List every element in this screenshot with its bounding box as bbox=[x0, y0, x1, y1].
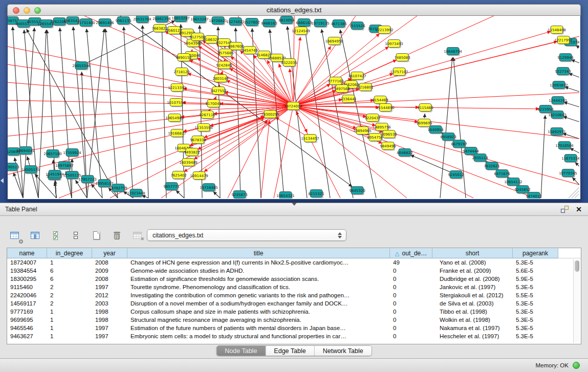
tab-edge-table[interactable]: Edge Table bbox=[266, 346, 314, 356]
graph-node[interactable]: 20531704 bbox=[133, 16, 151, 24]
cell-indeg[interactable]: 1 bbox=[47, 332, 92, 340]
cell-pr[interactable]: 5.3E-5 bbox=[513, 324, 558, 332]
minimize-window-icon[interactable] bbox=[24, 7, 30, 14]
resize-grip-icon[interactable] bbox=[572, 191, 579, 198]
graph-node[interactable]: 9115460 bbox=[417, 104, 433, 113]
graph-node[interactable]: 9890157 bbox=[176, 54, 191, 62]
graph-node[interactable]: 8813054 bbox=[278, 16, 295, 25]
cell-pr[interactable]: 5.3E-5 bbox=[513, 299, 558, 308]
close-window-icon[interactable] bbox=[13, 7, 19, 14]
cell-year[interactable]: 2012 bbox=[92, 291, 127, 299]
graph-node[interactable]: 7515526 bbox=[349, 22, 365, 31]
graph-node[interactable]: 15892971 bbox=[548, 128, 566, 137]
graph-node[interactable]: 18726821 bbox=[209, 17, 227, 26]
select-rows-icon[interactable]: ✓✓ bbox=[48, 229, 62, 242]
graph-node[interactable]: 8215321 bbox=[308, 190, 324, 199]
float-panel-icon[interactable] bbox=[561, 206, 569, 213]
network-window[interactable]: citations_edges.txt 20387521940557440355… bbox=[7, 4, 581, 201]
cell-year[interactable]: 1998 bbox=[92, 316, 127, 324]
graph-node[interactable]: 9154469 bbox=[372, 96, 388, 105]
cell-short[interactable]: Wolkin et al. (1998) bbox=[432, 316, 513, 324]
cell-out[interactable]: 0 bbox=[390, 267, 432, 275]
cell-year[interactable]: 1997 bbox=[92, 283, 127, 291]
graph-node[interactable]: 9361135 bbox=[115, 17, 131, 26]
cell-out[interactable]: 0 bbox=[390, 291, 432, 299]
cell-short[interactable]: Nakamura et al. (1997) bbox=[432, 324, 513, 332]
graph-node[interactable]: 12213393 bbox=[168, 84, 186, 93]
graph-node[interactable]: 11923448 bbox=[127, 189, 145, 198]
graph-node[interactable]: 8215958 bbox=[537, 105, 553, 114]
cell-name[interactable]: 18300295 bbox=[7, 275, 47, 283]
column-header-in-degree[interactable]: in_degree bbox=[47, 248, 92, 258]
graph-node[interactable]: 9699695 bbox=[416, 119, 432, 128]
cell-indeg[interactable]: 1 bbox=[47, 316, 92, 324]
table-row[interactable]: 1938455462009Genome-wide association stu… bbox=[7, 267, 581, 275]
graph-node[interactable]: 9849496 bbox=[380, 142, 396, 151]
graph-node[interactable]: 12093872 bbox=[550, 81, 568, 90]
cell-title[interactable]: Investigating the contribution of common… bbox=[127, 291, 390, 299]
cell-short[interactable]: Jankovic et al. (1997) bbox=[432, 283, 513, 291]
graph-node[interactable]: 9845320 bbox=[349, 187, 365, 195]
graph-node[interactable]: 2935114 bbox=[472, 154, 488, 163]
table-row[interactable]: 1830029562008Estimation of significance … bbox=[7, 275, 581, 283]
graph-node[interactable]: 10653287 bbox=[190, 16, 209, 24]
cell-title[interactable]: Tourette syndrome. Phenomenology and cla… bbox=[127, 283, 390, 291]
tab-network-table[interactable]: Network Table bbox=[315, 346, 372, 356]
cell-name[interactable]: 14569117 bbox=[7, 299, 47, 308]
graph-node[interactable]: 7625402 bbox=[170, 171, 186, 180]
cell-name[interactable]: 19384554 bbox=[7, 267, 47, 275]
close-panel-icon[interactable]: ✕ bbox=[576, 206, 582, 213]
graph-node[interactable]: 13757107 bbox=[390, 68, 408, 77]
graph-node[interactable]: 2803144 bbox=[212, 75, 229, 83]
graph-node[interactable]: 9220437 bbox=[364, 114, 380, 123]
cell-title[interactable]: Embryonic stem cells: a model to study s… bbox=[127, 332, 390, 340]
graph-node[interactable]: 4671385 bbox=[331, 20, 346, 29]
splitter-handle[interactable] bbox=[292, 203, 297, 206]
cell-short[interactable]: de Silva et al. (2003) bbox=[432, 299, 513, 308]
tab-node-table[interactable]: Node Table bbox=[216, 346, 266, 356]
table-row[interactable]: 2242004622012Investigating the contribut… bbox=[7, 291, 581, 299]
cell-pr[interactable]: 5.5E-5 bbox=[513, 291, 558, 299]
cell-year[interactable]: 1997 bbox=[92, 332, 127, 340]
table-row[interactable]: 946554611997Estimation of the future num… bbox=[7, 324, 581, 332]
graph-node[interactable]: 9170041 bbox=[205, 100, 221, 108]
column-header-title[interactable]: title bbox=[127, 248, 390, 258]
cell-year[interactable]: 1997 bbox=[92, 324, 127, 332]
graph-node[interactable]: 7485083 bbox=[394, 54, 410, 62]
column-header-name[interactable]: name bbox=[7, 248, 47, 258]
cell-out[interactable]: 49 bbox=[390, 258, 432, 267]
graph-node[interactable]: 16648794 bbox=[444, 48, 462, 56]
cell-indeg[interactable]: 2 bbox=[47, 283, 92, 291]
graph-node[interactable]: 11548408 bbox=[548, 26, 566, 35]
cell-name[interactable]: 9463627 bbox=[7, 332, 47, 340]
cell-short[interactable]: Dudbridge et al. (2008) bbox=[432, 275, 513, 283]
row-height-icon[interactable] bbox=[69, 229, 83, 242]
cell-out[interactable]: 0 bbox=[390, 299, 432, 308]
graph-node[interactable]: 11353594 bbox=[194, 124, 213, 133]
graph-node[interactable]: 10654112 bbox=[504, 178, 522, 187]
graph-node[interactable]: 10770345 bbox=[559, 169, 577, 178]
cell-title[interactable]: Corpus callosum shape and size in male p… bbox=[127, 308, 390, 316]
cell-title[interactable]: Estimation of the future numbers of pati… bbox=[127, 324, 390, 332]
cell-year[interactable]: 1998 bbox=[92, 308, 127, 316]
graph-node[interactable]: 8096530 bbox=[381, 130, 397, 139]
graph-node[interactable]: 12124549 bbox=[292, 27, 310, 36]
cell-title[interactable]: Estimation of significance thresholds fo… bbox=[127, 275, 390, 283]
table-row[interactable]: 1872400712008Changes of HCN gene express… bbox=[7, 258, 581, 267]
network-window-titlebar[interactable]: citations_edges.txt bbox=[7, 4, 581, 16]
network-canvas[interactable]: 2038752194055744035574126554301762206215… bbox=[7, 16, 581, 201]
cell-indeg[interactable]: 2 bbox=[47, 291, 92, 299]
cell-pr[interactable]: 5.3E-5 bbox=[513, 308, 558, 316]
graph-node[interactable]: 1527602 bbox=[244, 18, 259, 27]
graph-node[interactable]: 9474012 bbox=[526, 192, 541, 199]
cell-year[interactable]: 2009 bbox=[92, 267, 127, 275]
graph-node[interactable]: 8954756 bbox=[367, 134, 383, 142]
graph-node[interactable]: 10853287 bbox=[171, 16, 190, 23]
graph-node[interactable]: 9493822 bbox=[184, 148, 200, 157]
table-source-dropdown[interactable]: citations_edges.txt bbox=[147, 229, 346, 241]
table-row[interactable]: 946362711997Embryonic stem cells: a mode… bbox=[7, 332, 581, 340]
cell-pr[interactable]: 5.3E-5 bbox=[513, 258, 558, 267]
panel-collapse-arrow-icon[interactable] bbox=[1, 178, 4, 183]
cell-indeg[interactable]: 1 bbox=[47, 324, 92, 332]
cell-title[interactable]: Structural magnetic resonance image aver… bbox=[127, 316, 390, 324]
